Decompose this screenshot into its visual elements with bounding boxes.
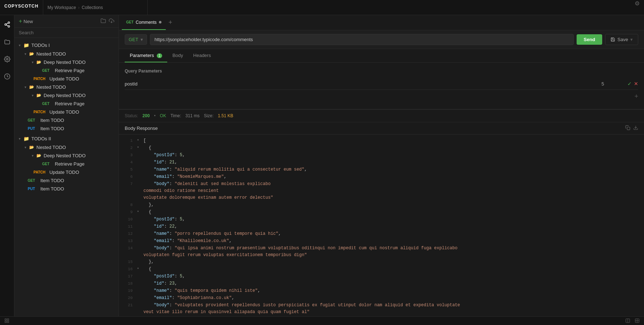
retrieve-page-1[interactable]: GET Retrieve Page ⋯	[14, 66, 119, 75]
url-input[interactable]	[150, 34, 574, 45]
send-button[interactable]: Send	[577, 34, 603, 45]
line-toggle[interactable]: ▾	[137, 137, 142, 143]
param-value-postid[interactable]: 5	[601, 81, 623, 87]
todos2-chevron: ▾	[19, 137, 21, 141]
retrieve-page-2[interactable]: GET Retrieve Page ⋯	[14, 100, 119, 108]
svg-rect-12	[7, 321, 9, 322]
add-param-row: +	[125, 90, 638, 103]
patch-badge-2: PATCH	[32, 110, 47, 114]
deep-nested-chevron-3: ▾	[32, 154, 34, 158]
body-response-title: Body Response	[125, 126, 158, 131]
nav-history-icon[interactable]	[2, 71, 12, 82]
deep-nested-folder-1-icon: 📂	[36, 60, 41, 65]
todos2-group[interactable]: ▾ 📁 TODOs II ⋯	[14, 134, 119, 143]
new-folder-icon[interactable]	[101, 18, 106, 25]
todos1-section: ▾ 📁 TODOs I ⋯ ▾ 📂 Nested TODO ⋯ ▾	[14, 41, 119, 133]
line-number: 6	[122, 174, 133, 180]
retrieve-page-3[interactable]: GET Retrieve Page ⋯	[14, 160, 119, 168]
line-toggle[interactable]: ▾	[137, 145, 142, 150]
get-item-todo-2[interactable]: GET Item TODO ⋯	[14, 176, 119, 185]
get-badge-2: GET	[39, 101, 53, 106]
param-key-postid: postId	[125, 81, 597, 87]
app-logo: COPYSCOTCH	[0, 0, 43, 15]
settings-icon[interactable]: ⚙	[635, 0, 644, 15]
param-check-icon[interactable]: ✓	[627, 81, 632, 87]
deep-nested-todo-2[interactable]: ▾ 📂 Deep Nested TODO ⋯	[14, 91, 119, 100]
retrieve-page-1-label: Retrieve Page	[55, 68, 84, 73]
nav-connections-icon[interactable]	[2, 19, 12, 30]
update-todo-1[interactable]: PATCH Update TODO ⋯	[14, 75, 119, 83]
get-item-todo-1[interactable]: GET Item TODO ⋯	[14, 116, 119, 124]
line-toggle[interactable]: ▾	[137, 266, 142, 272]
update-todo-3[interactable]: PATCH Update TODO ⋯	[14, 168, 119, 176]
add-param-icon[interactable]: +	[634, 93, 638, 100]
response-size-label: Size:	[204, 113, 214, 118]
add-tab-button[interactable]: +	[166, 19, 176, 26]
todos1-chevron: ▾	[19, 43, 21, 47]
search-input[interactable]	[19, 30, 114, 35]
line-content: {	[143, 145, 151, 151]
import-icon[interactable]	[109, 18, 114, 25]
line-content: "name": "aliquid rerum mollitia qui a co…	[143, 166, 307, 173]
tab-body[interactable]: Body	[167, 49, 188, 62]
line-number: 9	[122, 209, 133, 216]
line-number: 19	[122, 287, 133, 294]
code-line-12: 12 "name": "porro repellendus qui tempor…	[119, 230, 644, 238]
save-icon	[610, 37, 615, 42]
nested-todo-1[interactable]: ▾ 📂 Nested TODO ⋯	[14, 50, 119, 58]
code-line-9: 9▾ {	[119, 209, 644, 216]
deep-nested-todo-1[interactable]: ▾ 📂 Deep Nested TODO ⋯	[14, 58, 119, 66]
copy-icon[interactable]	[625, 125, 630, 131]
code-line-20: 20 "email": "Sophiabrianna.co.uk",	[119, 295, 644, 302]
code-line-14: 14 "body": "qui ipsa animi nostrum praes…	[119, 245, 644, 259]
tab-headers-label: Headers	[193, 53, 211, 58]
code-line-18: 18 "id": 23,	[119, 280, 644, 287]
put-item-todo-1-label: Item TODO	[40, 126, 64, 131]
patch-badge-1: PATCH	[32, 76, 47, 81]
param-delete-icon[interactable]: ✕	[634, 81, 638, 87]
layout-icon[interactable]	[4, 318, 9, 324]
body-response-actions	[625, 125, 638, 131]
response-section: Status: 200 • OK Time: 311 ms Size: 1.51…	[119, 109, 644, 316]
status-bar: Status: 200 • OK Time: 311 ms Size: 1.51…	[119, 109, 644, 122]
columns-icon[interactable]	[625, 318, 630, 324]
code-view[interactable]: 1▾[2▾ {3 "postId": 5,4 "id": 21,5 "name"…	[119, 135, 644, 316]
params-table: postId 5 ✓ ✕	[125, 78, 638, 90]
todos1-group[interactable]: ▾ 📁 TODOs I ⋯	[14, 41, 119, 50]
line-content: "id": 23,	[143, 280, 177, 287]
new-request-button[interactable]: + New	[19, 18, 33, 25]
tab-comments[interactable]: GET Comments	[122, 15, 166, 30]
line-number: 16	[122, 266, 133, 273]
line-content: "postId": 5,	[143, 216, 185, 223]
get-badge-1: GET	[39, 68, 53, 73]
line-content: "postId": 5,	[143, 273, 185, 280]
breadcrumb-workspace[interactable]: My Workspace	[48, 5, 76, 10]
deep-nested-todo-3[interactable]: ▾ 📂 Deep Nested TODO ⋯	[14, 151, 119, 160]
get-badge-item-2: GET	[25, 178, 38, 183]
code-line-19: 19 "name": "quis tempora quidem nihil is…	[119, 287, 644, 295]
nav-settings-icon[interactable]	[2, 54, 12, 64]
status-text: OK	[160, 113, 166, 118]
nav-collections-icon[interactable]	[2, 37, 12, 47]
line-toggle[interactable]: ▾	[137, 209, 142, 215]
nested-todo-3[interactable]: ▾ 📂 Nested TODO ⋯	[14, 143, 119, 151]
put-item-todo-1[interactable]: PUT Item TODO ⋯	[14, 124, 119, 133]
nested-todo-2[interactable]: ▾ 📂 Nested TODO ⋯	[14, 83, 119, 91]
tab-headers[interactable]: Headers	[188, 49, 216, 62]
code-line-3: 3 "postId": 5,	[119, 152, 644, 159]
params-section: Query Parameters postId 5 ✓ ✕	[119, 63, 644, 109]
code-line-2: 2▾ {	[119, 145, 644, 152]
download-icon[interactable]	[633, 125, 638, 131]
request-bar: GET ▾ Send Save ▾	[119, 30, 644, 49]
line-content: "email": "Sophiabrianna.co.uk",	[143, 295, 234, 302]
line-content: "email": "Khaliloemile.co.uk",	[143, 238, 232, 245]
save-button[interactable]: Save ▾	[605, 34, 638, 45]
tab-parameters[interactable]: Parameters 1	[125, 49, 167, 62]
svg-rect-11	[7, 319, 9, 320]
put-item-todo-2[interactable]: PUT Item TODO ⋯	[14, 185, 119, 193]
nested-todo-2-label: Nested TODO	[36, 84, 66, 90]
breadcrumb-collection[interactable]: Collections	[82, 5, 103, 10]
method-select[interactable]: GET ▾	[125, 34, 147, 45]
update-todo-2[interactable]: PATCH Update TODO ⋯	[14, 108, 119, 116]
grid-icon[interactable]	[635, 318, 640, 324]
